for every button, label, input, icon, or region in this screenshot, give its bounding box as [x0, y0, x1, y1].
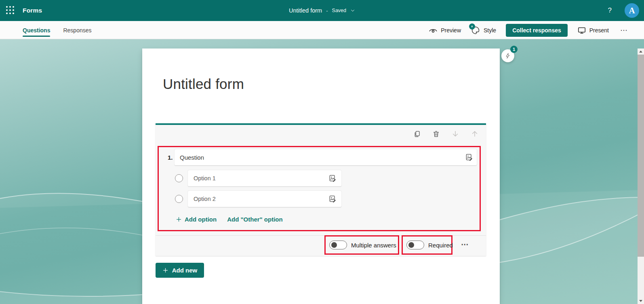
question-title-input[interactable] — [175, 149, 477, 165]
plus-icon — [176, 216, 182, 222]
move-down-icon[interactable] — [451, 130, 459, 138]
scrollbar[interactable] — [638, 49, 644, 304]
tab-responses[interactable]: Responses — [63, 21, 91, 39]
option-1-radio[interactable] — [175, 174, 183, 182]
style-suggestion-badge — [469, 23, 475, 30]
help-icon[interactable]: ? — [606, 6, 614, 15]
question-annotation-box: 1. — [158, 146, 481, 231]
save-status: Saved — [332, 8, 346, 13]
form-title[interactable]: Untitled form — [163, 76, 244, 92]
collect-responses-button[interactable]: Collect responses — [506, 24, 568, 37]
option-2-radio[interactable] — [175, 195, 183, 203]
document-title: Untitled form — [289, 7, 322, 14]
plus-icon — [162, 267, 168, 273]
question-card: 1. — [156, 123, 486, 256]
monitor-icon — [577, 26, 586, 35]
insert-media-icon[interactable] — [328, 174, 337, 182]
delete-question-icon[interactable] — [432, 130, 440, 138]
palette-icon — [471, 25, 480, 35]
add-option-button[interactable]: Add option — [176, 216, 217, 223]
copy-question-icon[interactable] — [413, 130, 421, 138]
multiple-answers-toggle[interactable] — [329, 241, 347, 249]
multiple-answers-label: Multiple answers — [351, 242, 396, 249]
present-button[interactable]: Present — [577, 26, 609, 35]
toolbar-more-icon[interactable]: ⋯ — [619, 26, 629, 35]
toolbar: Questions Responses Preview Style Collec… — [0, 21, 644, 39]
lightning-icon — [505, 53, 511, 59]
option-2-input[interactable] — [188, 191, 341, 207]
scrollbar-thumb[interactable] — [638, 55, 644, 257]
required-label: Required — [428, 242, 453, 249]
add-new-button[interactable]: Add new — [156, 263, 204, 278]
multiple-answers-annotation-box: Multiple answers — [324, 235, 399, 255]
avatar[interactable]: A — [625, 3, 639, 18]
form-canvas: Untitled form 1. — [142, 49, 500, 304]
eye-icon — [429, 26, 438, 35]
notification-badge: 1 — [510, 46, 518, 53]
add-other-option-button[interactable]: Add "Other" option — [227, 216, 283, 223]
question-number: 1. — [168, 154, 173, 161]
required-annotation-box: Required — [402, 235, 452, 255]
required-toggle[interactable] — [406, 241, 424, 249]
chevron-down-icon[interactable] — [350, 8, 355, 13]
style-button[interactable]: Style — [471, 25, 496, 35]
question-more-icon[interactable]: ⋯ — [461, 240, 469, 249]
scroll-down-icon[interactable] — [638, 298, 644, 304]
title-separator: - — [326, 8, 328, 14]
scroll-up-icon[interactable] — [638, 49, 644, 55]
insert-media-icon[interactable] — [465, 153, 473, 161]
tab-questions[interactable]: Questions — [23, 21, 50, 39]
option-1-input[interactable] — [188, 170, 341, 186]
preview-button[interactable]: Preview — [429, 26, 461, 35]
insert-media-icon[interactable] — [328, 195, 337, 203]
app-header: Forms Untitled form - Saved ? A — [0, 0, 644, 21]
document-title-group[interactable]: Untitled form - Saved — [0, 0, 644, 21]
move-up-icon[interactable] — [471, 130, 479, 138]
